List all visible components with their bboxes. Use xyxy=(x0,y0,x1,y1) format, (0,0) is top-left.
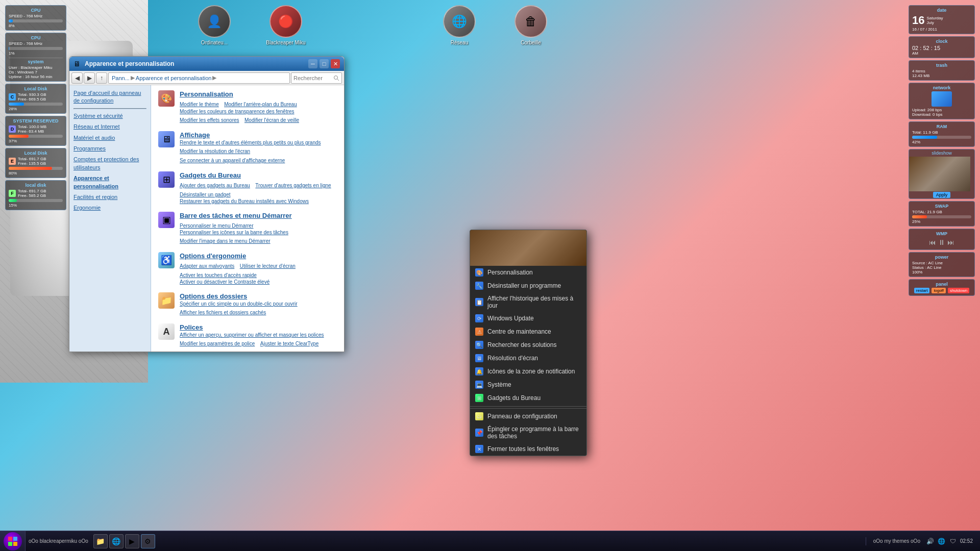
panel-shutdown-btn[interactable]: shutdown xyxy=(948,288,969,293)
cp-close-btn[interactable]: ✕ xyxy=(331,59,340,68)
cpu2-bar-bg xyxy=(9,47,63,50)
cp-maximize-btn[interactable]: □ xyxy=(320,59,329,68)
link-effets-sonores[interactable]: Modifier les effets sonores xyxy=(180,117,239,123)
cp-up-btn[interactable]: ↑ xyxy=(96,72,107,84)
slideshow-apply-btn[interactable]: Apply xyxy=(933,192,951,198)
link-menu-demarrer[interactable]: Personnaliser le menu Démarrer xyxy=(180,223,254,229)
clock-label: clock xyxy=(912,39,971,44)
tray-icon-2[interactable]: 🌐 xyxy=(938,537,946,545)
link-apercu-polices[interactable]: Afficher un aperçu, supprimer ou affiche… xyxy=(180,332,337,338)
link-contraste[interactable]: Activer ou désactiver le Contraste élevé xyxy=(180,279,337,285)
personnalisation-title[interactable]: Personnalisation xyxy=(180,90,337,98)
sidebar-link-apparence[interactable]: Apparence et personnalisation xyxy=(74,174,146,190)
taskbar-media-btn[interactable]: ▶ xyxy=(125,534,139,548)
context-item-historique[interactable]: 📋 Afficher l'historique des mises à jour xyxy=(470,292,586,312)
desktop-icon-corbeille[interactable]: 🗑 Corbeille xyxy=(510,5,551,45)
sidebar-link-ergonomie[interactable]: Ergonomie xyxy=(74,204,146,212)
context-item-resolution[interactable]: 🖥 Résolution d'écran xyxy=(470,352,586,365)
sidebar-link-comptes[interactable]: Comptes et protection des utilisateurs xyxy=(74,156,146,171)
link-image-demarrer[interactable]: Modifier l'image dans le menu Démarrer xyxy=(180,238,271,244)
polices-title[interactable]: Polices xyxy=(180,323,337,331)
context-item-gadgets[interactable]: ⊞ Gadgets du Bureau xyxy=(470,391,586,405)
link-params-police[interactable]: Modifier les paramètres de police xyxy=(180,341,255,346)
link-modifier-theme[interactable]: Modifier le thème xyxy=(180,102,219,107)
context-item-personnalisation[interactable]: 🎨 Personnalisation xyxy=(470,266,586,279)
cp-back-btn[interactable]: ◀ xyxy=(71,72,83,84)
desktop-icon-ordinateur[interactable]: 👤 Ordinateu... xyxy=(194,5,235,45)
context-item-panneau[interactable]: 🗂 Panneau de configuration xyxy=(470,410,586,423)
context-resolution-label: Résolution d'écran xyxy=(487,355,538,362)
link-ajouter-gadgets[interactable]: Ajouter des gadgets au Bureau xyxy=(180,183,250,188)
link-arriere-plan[interactable]: Modifier l'arrière-plan du Bureau xyxy=(224,102,297,107)
gadgets-title[interactable]: Gadgets du Bureau xyxy=(180,171,337,179)
context-item-centre[interactable]: ⚠ Centre de maintenance xyxy=(470,325,586,338)
sidebar-link-reseau[interactable]: Réseau et Internet xyxy=(74,123,146,131)
context-item-solutions[interactable]: 🔍 Rechercher des solutions xyxy=(470,338,586,352)
context-item-fermer[interactable]: ✕ Fermer toutes les fenêtres xyxy=(470,442,586,456)
cp-address-bar[interactable]: Pann... ▶ Apparence et personnalisation … xyxy=(108,72,290,84)
disk-e-info: E Total- 691.7 GB Free- 135.5 GB xyxy=(9,157,63,166)
panel-restart-btn[interactable]: restart xyxy=(914,288,930,293)
context-item-windows-update[interactable]: ⟳ Windows Update xyxy=(470,312,586,325)
context-panneau-label: Panneau de configuration xyxy=(487,413,557,420)
desktop-icon-blackreaper[interactable]: 🔴 Blackreaper Miku xyxy=(265,5,306,45)
link-clic-dossiers[interactable]: Spécifier un clic simple ou un double-cl… xyxy=(180,301,337,307)
link-desinstaller-gadget[interactable]: Désinstaller un gadget xyxy=(180,192,231,197)
desktop-icon-reseau[interactable]: 🌐 Réseau xyxy=(439,5,480,45)
context-item-desinstaller[interactable]: 🔧 Désinstaller un programme xyxy=(470,279,586,292)
taskbar-start-button[interactable] xyxy=(0,531,26,552)
ram-total: Total: 11.9 GB xyxy=(912,130,971,135)
context-item-epingler[interactable]: 📌 Épingler ce programme à la barre des t… xyxy=(470,423,586,442)
section-gadgets: ⊞ Gadgets du Bureau Ajouter des gadgets … xyxy=(158,171,337,205)
link-icones-barre[interactable]: Personnaliser les icônes sur la barre de… xyxy=(180,230,337,235)
link-couleurs[interactable]: Modifier les couleurs de transparence de… xyxy=(180,109,337,114)
tray-icon-1[interactable]: 🔊 xyxy=(926,537,935,545)
sidebar-link-programmes[interactable]: Programmes xyxy=(74,145,146,153)
link-malvoyants[interactable]: Adapter aux malvoyants xyxy=(180,263,234,269)
context-fermer-label: Fermer toutes les fenêtres xyxy=(487,445,559,453)
taskbar-ie-btn[interactable]: 🌐 xyxy=(109,534,124,548)
context-item-icones-zone[interactable]: 🔔 Icônes de la zone de notification xyxy=(470,365,586,378)
wmp-prev-btn[interactable]: ⏮ xyxy=(929,238,936,246)
dossiers-title[interactable]: Options des dossiers xyxy=(180,292,337,300)
cpu1-speed: SPEED - 768 MHz xyxy=(9,14,63,18)
cpu2-percent: 1% xyxy=(9,51,63,56)
ergonomie-title[interactable]: Options d'ergonomie xyxy=(180,252,337,260)
link-restaurer-gadgets[interactable]: Restaurer les gadgets du Bureau installé… xyxy=(180,198,337,204)
disk-c-free: Free- 669.5 GB xyxy=(18,97,46,102)
link-touches-acces[interactable]: Activer les touches d'accès rapide xyxy=(180,272,257,278)
wmp-play-btn[interactable]: ⏸ xyxy=(938,238,945,246)
panel-logoff-btn[interactable]: logoff xyxy=(932,288,945,293)
sidebar-link-facilites[interactable]: Facilités et region xyxy=(74,193,146,201)
taskbar-folder-btn[interactable]: 📁 xyxy=(93,534,108,548)
system-uptime: Uptime : 16 hour 56 min xyxy=(9,74,63,79)
trash-size: 12.43 MB xyxy=(912,73,971,78)
sidebar-link-materiel[interactable]: Matériel et audio xyxy=(74,134,146,142)
link-lecteur-ecran[interactable]: Utiliser le lecteur d'écran xyxy=(240,263,296,269)
barre-title[interactable]: Barre des tâches et menu Démarrer xyxy=(180,212,337,219)
link-ecran-veille[interactable]: Modifier l'écran de veille xyxy=(244,117,299,123)
cp-forward-btn[interactable]: ▶ xyxy=(84,72,95,84)
affichage-title[interactable]: Affichage xyxy=(180,131,337,139)
link-gadgets-ligne[interactable]: Trouver d'autres gadgets en ligne xyxy=(255,183,331,188)
link-fichiers-caches[interactable]: Afficher les fichiers et dossiers cachés xyxy=(180,310,266,315)
cp-minimize-btn[interactable]: ─ xyxy=(308,59,317,68)
link-resolution[interactable]: Modifier la résolution de l'écran xyxy=(180,148,250,154)
breadcrumb-panneau[interactable]: Pann... xyxy=(112,75,130,81)
context-item-systeme[interactable]: 💻 Système xyxy=(470,378,586,391)
context-gadgets-label: Gadgets du Bureau xyxy=(487,394,541,402)
widgets-left: CPU SPEED - 768 MHz 8% CPU SPEED - 768 M… xyxy=(5,5,66,212)
date-day: 16 xyxy=(912,14,924,27)
disk-e-widget: Local Disk E Total- 691.7 GB Free- 135.5… xyxy=(5,148,66,178)
link-affichage-externe[interactable]: Se connecter à un appareil d'affichage e… xyxy=(180,158,285,163)
disk-c-percent: 28% xyxy=(9,107,63,111)
link-texte-elements[interactable]: Rendre le texte et d'autres éléments plu… xyxy=(180,140,337,145)
link-cleartype[interactable]: Ajuster le texte ClearType xyxy=(260,341,319,346)
breadcrumb-apparence[interactable]: Apparence et personnalisation xyxy=(136,75,212,81)
tray-icon-3[interactable]: 🛡 xyxy=(949,537,957,545)
cp-home-link[interactable]: Page d'accueil du panneau de configurati… xyxy=(74,89,146,105)
sidebar-link-securite[interactable]: Système et sécurité xyxy=(74,112,146,120)
cp-search-input[interactable] xyxy=(291,72,342,84)
wmp-next-btn[interactable]: ⏭ xyxy=(947,238,954,246)
taskbar-cp-btn[interactable]: ⚙ xyxy=(141,534,155,548)
